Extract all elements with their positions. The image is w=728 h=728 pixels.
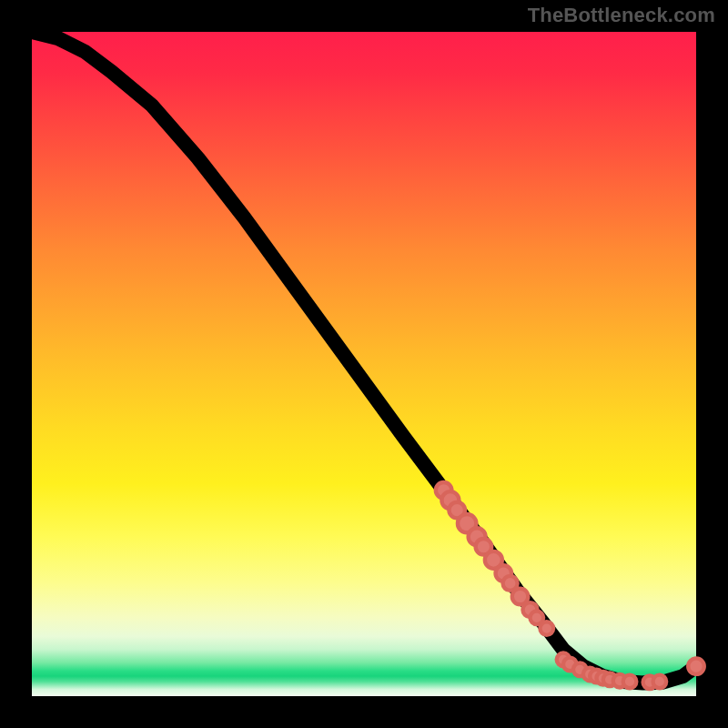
plot-overlay [32, 32, 696, 696]
chart-stage: TheBottleneck.com [0, 0, 728, 728]
watermark-text: TheBottleneck.com [528, 4, 715, 27]
scatter-points [436, 482, 704, 689]
scatter-dot [540, 622, 553, 635]
scatter-dot [653, 675, 667, 689]
scatter-dot [623, 675, 637, 689]
curve-line [32, 32, 696, 682]
scatter-dot [688, 658, 704, 674]
